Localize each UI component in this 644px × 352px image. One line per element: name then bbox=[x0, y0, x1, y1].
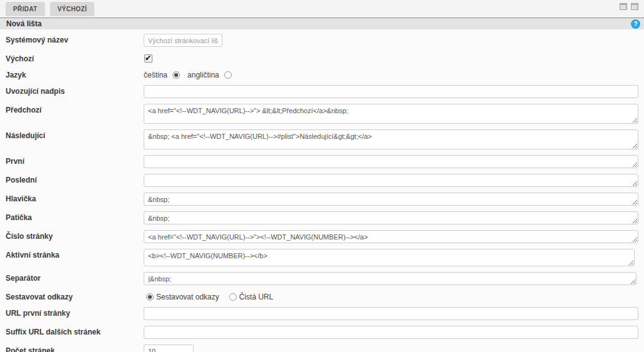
field-label: Hlavička bbox=[6, 193, 144, 203]
field-label: Uvozující nadpis bbox=[6, 85, 144, 96]
field-label: Počet stránek bbox=[6, 344, 144, 352]
field-label: Separátor bbox=[6, 272, 144, 283]
toolbar: PŘIDAT VÝCHOZÍ bbox=[0, 0, 644, 18]
form-row: URL první stránky bbox=[6, 307, 638, 320]
radio-option-label: Sestavovat odkazy bbox=[156, 293, 219, 301]
first-link-textarea[interactable] bbox=[144, 155, 638, 168]
form-row: Výchozí bbox=[6, 53, 638, 63]
separator-textarea[interactable]: |&nbsp; bbox=[144, 272, 637, 285]
form-row: První bbox=[6, 155, 638, 168]
default-checkbox[interactable] bbox=[144, 54, 152, 63]
grid-icon[interactable] bbox=[620, 3, 627, 10]
form-row: Poslední bbox=[6, 174, 638, 187]
form-row: Počet stránek bbox=[6, 344, 638, 352]
field-label: Aktivní stránka bbox=[6, 249, 144, 259]
vychozi-button[interactable]: VÝCHOZÍ bbox=[50, 2, 94, 16]
grid-icon[interactable] bbox=[631, 3, 638, 10]
language-radio-english[interactable] bbox=[224, 71, 232, 79]
intro-heading-input[interactable] bbox=[144, 85, 638, 98]
section-header: Nová lišta ? bbox=[0, 18, 644, 29]
field-label: Poslední bbox=[6, 174, 144, 184]
form-row: Číslo stránky <a href="<!--WDT_NAVIG(URL… bbox=[6, 230, 638, 243]
form-row: Patička &nbsp; bbox=[6, 211, 638, 224]
field-label: Předchozí bbox=[6, 104, 144, 114]
footer-textarea[interactable]: &nbsp; bbox=[144, 211, 638, 224]
active-page-textarea[interactable]: <b><!--WDT_NAVIG(NUMBER)--></b> bbox=[144, 249, 635, 266]
field-label: Jazyk bbox=[6, 69, 144, 79]
field-label: Patička bbox=[6, 211, 144, 222]
radio-option-label: angličtina bbox=[187, 71, 219, 79]
form-row: Předchozí <a href="<!--WDT_NAVIG(URL)-->… bbox=[6, 104, 638, 124]
radio-option-label: Čistá URL bbox=[239, 293, 274, 301]
field-label: Výchozí bbox=[6, 53, 144, 63]
build-links-radio[interactable] bbox=[146, 293, 154, 301]
field-label: Sestavovat odkazy bbox=[6, 291, 144, 301]
previous-link-textarea[interactable]: <a href="<!--WDT_NAVIG(URL)-->"> &lt;&lt… bbox=[144, 104, 638, 124]
header-textarea[interactable]: &nbsp; bbox=[144, 193, 638, 206]
form-row: Jazyk čeština angličtina bbox=[6, 69, 638, 79]
page-number-textarea[interactable]: <a href="<!--WDT_NAVIG(URL)-->"><!--WDT_… bbox=[144, 230, 638, 243]
system-name-input[interactable] bbox=[144, 34, 222, 47]
clean-url-radio[interactable] bbox=[229, 293, 237, 301]
form-row: Sestavovat odkazy Sestavovat odkazy Čist… bbox=[6, 291, 638, 301]
form-row: Separátor |&nbsp; bbox=[6, 272, 638, 285]
language-radio-czech[interactable] bbox=[172, 71, 180, 79]
help-icon[interactable]: ? bbox=[631, 19, 640, 29]
page-count-input[interactable] bbox=[144, 344, 194, 352]
form-row: Systémový název bbox=[6, 34, 638, 47]
next-pages-url-suffix-input[interactable] bbox=[144, 326, 638, 339]
last-link-textarea[interactable] bbox=[144, 174, 638, 187]
form-row: Hlavička &nbsp; bbox=[6, 193, 638, 206]
field-label: Suffix URL dalších stránek bbox=[6, 326, 144, 336]
field-label: Číslo stránky bbox=[6, 230, 144, 241]
form-row: Aktivní stránka <b><!--WDT_NAVIG(NUMBER)… bbox=[6, 249, 638, 266]
field-label: URL první stránky bbox=[6, 307, 144, 318]
first-page-url-input[interactable] bbox=[144, 307, 638, 320]
radio-option-label: čeština bbox=[144, 71, 167, 79]
pridat-button[interactable]: PŘIDAT bbox=[6, 2, 45, 16]
next-link-textarea[interactable]: &nbsp; <a href="<!--WDT_NAVIG(URL)-->#pl… bbox=[144, 129, 638, 149]
field-label: Systémový název bbox=[6, 34, 144, 44]
window-controls bbox=[620, 3, 638, 10]
page-title: Nová lišta bbox=[6, 19, 42, 28]
field-label: První bbox=[6, 155, 144, 166]
link-build-radio-group: Sestavovat odkazy Čistá URL bbox=[144, 291, 275, 301]
form-row: Uvozující nadpis bbox=[6, 85, 638, 98]
field-label: Následující bbox=[6, 129, 144, 140]
pagination-bar-form: Systémový název Výchozí Jazyk čeština an… bbox=[0, 29, 644, 352]
form-row: Následující &nbsp; <a href="<!--WDT_NAVI… bbox=[6, 129, 638, 149]
language-radio-group: čeština angličtina bbox=[144, 69, 234, 79]
form-row: Suffix URL dalších stránek bbox=[6, 326, 638, 339]
